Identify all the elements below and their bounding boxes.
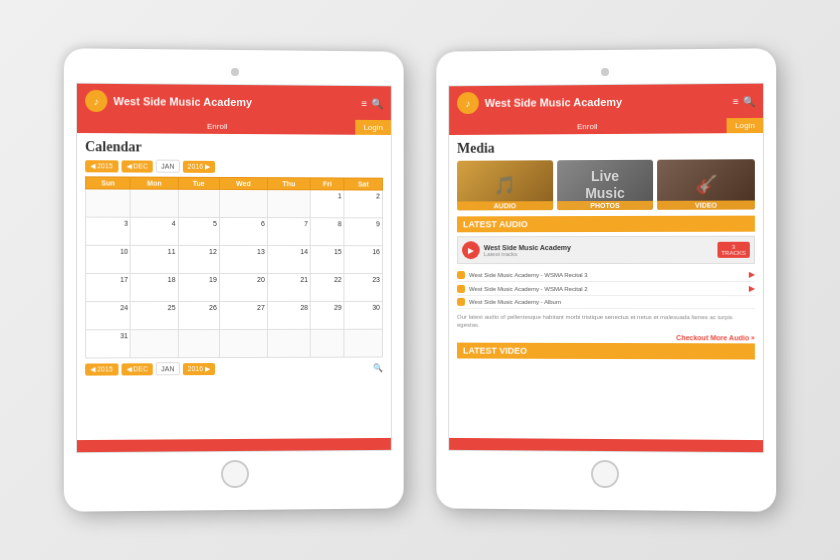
cal-cell[interactable] — [178, 330, 219, 358]
cal-cell[interactable]: 12 — [178, 245, 219, 273]
cal-cell[interactable]: 13 — [219, 245, 267, 273]
calendar-table: Sun Mon Tue Wed Thu Fri Sat — [85, 176, 383, 358]
right-search-icon[interactable]: 🔍 — [743, 95, 755, 106]
tablet-camera-left — [231, 68, 239, 76]
cal-cell[interactable]: 10 — [86, 245, 131, 273]
cal-cell[interactable]: 2 — [344, 190, 382, 218]
calendar-search-icon[interactable]: 🔍 — [373, 363, 383, 372]
video-thumb[interactable]: 🎸 VIDEO — [657, 159, 754, 210]
calendar-footer-controls: ◀ 2015 ◀ DEC JAN 2016 ▶ 🔍 — [85, 361, 383, 375]
media-page: Media 🎵 AUDIO LiveMusic PHOTOS — [449, 133, 763, 440]
cal-cell[interactable]: 11 — [131, 245, 179, 273]
list-item[interactable]: West Side Music Academy - Album — [457, 296, 755, 309]
day-tue: Tue — [178, 177, 219, 189]
day-mon: Mon — [131, 177, 179, 189]
cal-cell[interactable]: 9 — [344, 218, 382, 246]
left-header: ♪ West Side Music Academy ≡ 🔍 — [77, 84, 391, 120]
cal-cell[interactable]: 26 — [178, 302, 219, 330]
track-name: West Side Music Academy - Album — [469, 299, 561, 305]
list-item[interactable]: West Side Music Academy - WSMA Recital 3… — [457, 268, 755, 282]
list-item[interactable]: West Side Music Academy - WSMA Recital 2… — [457, 282, 755, 296]
cal-cell[interactable]: 30 — [344, 301, 382, 329]
right-home-button[interactable] — [591, 460, 619, 488]
next-month-btn[interactable]: 2016 ▶ — [182, 160, 215, 172]
cal-cell[interactable]: 20 — [219, 273, 267, 301]
right-screen: ♪ West Side Music Academy ≡ 🔍 Enroll Log… — [448, 83, 764, 454]
search-icon[interactable]: 🔍 — [371, 98, 383, 109]
audio-thumb[interactable]: 🎵 AUDIO — [457, 160, 553, 210]
audio-description: Our latest audio of pellentesque habitan… — [457, 313, 755, 330]
cal-cell[interactable] — [267, 190, 310, 218]
latest-video-header: Latest Video — [457, 342, 755, 359]
cal-cell[interactable]: 6 — [219, 217, 267, 245]
cal-cell[interactable] — [219, 189, 267, 217]
cal-cell[interactable] — [219, 329, 267, 357]
calendar-body: 1 2 3 4 5 6 7 8 9 10 11 — [86, 189, 383, 358]
nav-login-right[interactable]: Login — [727, 118, 763, 133]
cal-cell[interactable]: 22 — [310, 274, 344, 302]
track-play-icon[interactable]: ▶ — [749, 284, 755, 293]
track-dot — [457, 298, 465, 306]
cal-cell[interactable]: 27 — [219, 301, 267, 329]
left-header-icons: ≡ 🔍 — [361, 98, 383, 109]
cal-cell[interactable] — [310, 329, 344, 357]
cal-cell[interactable]: 3 — [86, 217, 131, 245]
tablet-camera-right — [601, 68, 609, 76]
cal-cell[interactable] — [86, 189, 131, 217]
cal-cell[interactable]: 8 — [310, 218, 344, 246]
checkout-link[interactable]: Checkout More Audio » — [457, 331, 755, 343]
video-label: VIDEO — [657, 200, 754, 209]
cal-cell[interactable]: 5 — [178, 217, 219, 245]
cal-cell[interactable] — [344, 329, 382, 357]
cal-cell[interactable]: 21 — [267, 274, 310, 302]
nav-enroll-left[interactable]: Enroll — [77, 118, 356, 135]
day-sun: Sun — [86, 177, 131, 189]
left-screen: ♪ West Side Music Academy ≡ 🔍 Enroll Log… — [76, 83, 392, 454]
nav-login-left[interactable]: Login — [356, 120, 391, 135]
cal-cell[interactable]: 29 — [310, 301, 344, 329]
cal-cell[interactable]: 19 — [178, 273, 219, 301]
cal-cell[interactable]: 31 — [86, 330, 131, 358]
cal-cell[interactable] — [131, 330, 179, 358]
audio-label: AUDIO — [457, 201, 553, 210]
calendar-page: Calendar ◀ 2015 ◀ DEC JAN 2016 ▶ Sun Mon… — [77, 133, 391, 440]
cal-cell[interactable]: 17 — [86, 273, 131, 301]
prev-month-footer-btn[interactable]: ◀ DEC — [121, 363, 153, 375]
cal-cell[interactable]: 14 — [267, 246, 310, 274]
prev-year-footer-btn[interactable]: ◀ 2015 — [85, 363, 118, 375]
left-home-button[interactable] — [221, 460, 249, 488]
nav-enroll-right[interactable]: Enroll — [449, 118, 727, 135]
cal-cell[interactable]: 28 — [267, 301, 310, 329]
right-logo: ♪ — [457, 92, 479, 114]
cal-cell[interactable]: 1 — [310, 190, 344, 218]
calendar-title: Calendar — [85, 139, 383, 157]
cal-cell[interactable]: 23 — [344, 274, 382, 302]
cal-cell[interactable] — [178, 189, 219, 217]
cal-cell[interactable]: 15 — [310, 246, 344, 274]
right-header: ♪ West Side Music Academy ≡ 🔍 — [449, 84, 763, 120]
photos-thumb[interactable]: LiveMusic PHOTOS — [557, 160, 654, 210]
current-month-footer: JAN — [156, 362, 179, 375]
table-row: 31 — [86, 329, 383, 358]
prev-month-btn[interactable]: ◀ DEC — [121, 160, 153, 172]
cal-cell[interactable] — [267, 329, 310, 357]
table-row: 17 18 19 20 21 22 23 — [86, 273, 383, 301]
cal-cell[interactable]: 16 — [344, 246, 382, 274]
hamburger-icon[interactable]: ≡ — [361, 98, 367, 109]
play-button[interactable]: ▶ — [462, 241, 480, 259]
prev-year-btn[interactable]: ◀ 2015 — [85, 160, 118, 172]
cal-cell[interactable]: 4 — [131, 217, 179, 245]
cal-cell[interactable]: 18 — [131, 273, 179, 301]
left-tablet: ♪ West Side Music Academy ≡ 🔍 Enroll Log… — [64, 48, 404, 511]
cal-cell[interactable] — [131, 189, 179, 217]
cal-cell[interactable]: 25 — [131, 302, 179, 330]
photos-label: PHOTOS — [557, 201, 654, 210]
right-hamburger-icon[interactable]: ≡ — [733, 95, 739, 106]
cal-cell[interactable]: 24 — [86, 302, 131, 330]
cal-cell[interactable]: 7 — [267, 218, 310, 246]
next-month-footer-btn[interactable]: 2016 ▶ — [182, 363, 215, 375]
current-month-label: JAN — [156, 160, 179, 173]
tracks-label: TRACKS — [721, 250, 746, 256]
track-play-icon[interactable]: ▶ — [749, 270, 755, 279]
left-app-title: West Side Music Academy — [113, 95, 355, 109]
